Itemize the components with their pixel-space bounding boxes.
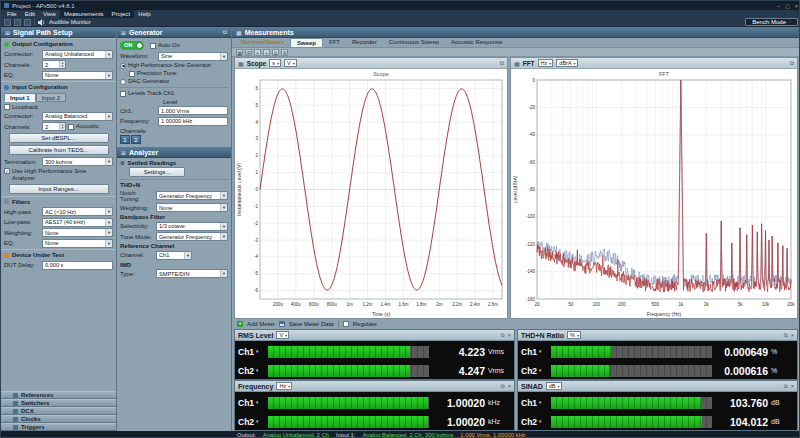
input-config-header[interactable]: Input Configuration (1, 81, 116, 91)
hp-sine-analyzer-checkbox[interactable]: Use High Performance Sine Analyzer (4, 168, 113, 182)
regulate-checkbox[interactable] (343, 321, 349, 327)
maximize-button[interactable]: ▢ (785, 3, 790, 9)
meter-unit-select[interactable]: V▾ (276, 331, 289, 339)
meter-channel-select[interactable]: Ch2▾ (521, 417, 547, 427)
stepper-arrows-icon[interactable]: ▲▼ (59, 123, 65, 130)
input-ranges-button[interactable]: Input Ranges... (9, 184, 109, 194)
meter-popout-icon[interactable]: ⧉ (784, 332, 788, 339)
high-pass-select[interactable]: AC (<10 Hz)▼ (42, 207, 113, 216)
speaker-icon[interactable] (38, 19, 46, 26)
meter-channel-select[interactable]: Ch1▾ (521, 398, 547, 408)
ref-channel-select[interactable]: Ch1▼ (156, 251, 192, 260)
checkbox-box[interactable] (4, 168, 10, 174)
filters-header[interactable]: Filters (1, 196, 116, 206)
minimize-button[interactable]: ─ (777, 3, 781, 9)
meter-channel-select[interactable]: Ch1▾ (521, 347, 547, 357)
fft-y-unit-select[interactable]: dBrA▾ (556, 59, 577, 67)
save-project-icon[interactable] (24, 19, 31, 26)
checkbox-box[interactable] (68, 124, 74, 130)
save-meter-data-button[interactable]: Save Meter Data (289, 321, 334, 327)
selectivity-select[interactable]: 1/3 octave▼ (156, 222, 228, 231)
nav-clocks[interactable]: Clocks (1, 415, 116, 423)
meter-channel-select[interactable]: Ch2▾ (238, 417, 264, 427)
meter-close-icon[interactable]: × (508, 332, 511, 339)
analyzer-settings-button[interactable]: Settings... (129, 167, 185, 177)
fft-chart[interactable]: FFT20501002005001k2k5k10k20k0-20-40-60-8… (511, 69, 797, 318)
meter-popout-icon[interactable]: ⧉ (501, 332, 505, 339)
checkbox-box[interactable] (150, 43, 156, 49)
output-eq-select[interactable]: None▼ (42, 71, 113, 80)
meter-close-icon[interactable]: × (508, 383, 511, 390)
meter-channel-select[interactable]: Ch2▾ (238, 366, 264, 376)
nav-references[interactable]: References (1, 391, 116, 399)
input-connector-select[interactable]: Analog Balanced▼ (42, 112, 113, 121)
scope-y-unit-select[interactable]: V▾ (284, 59, 297, 67)
channel-1-button[interactable]: 1 (120, 135, 130, 144)
meter-popout-icon[interactable]: ⧉ (784, 383, 788, 390)
popout-icon[interactable]: ⧉ (500, 60, 504, 67)
meter-close-icon[interactable]: × (791, 332, 794, 339)
acoustic-checkbox[interactable]: Acoustic (68, 123, 99, 130)
auto-on-checkbox[interactable]: Auto On (150, 42, 180, 49)
copy-icon[interactable]: ⧉ (272, 49, 279, 56)
nav-switchers[interactable]: Switchers (1, 399, 116, 407)
tune-mode-select[interactable]: Generator Frequency▼ (156, 232, 228, 241)
fft-x-unit-select[interactable]: Hz▾ (538, 59, 554, 67)
gen-frequency-input[interactable]: 1.00000 kHz (158, 117, 228, 126)
audible-monitor-label[interactable]: Audible Monitor (49, 19, 91, 25)
levels-track-checkbox[interactable]: Levels Track Ch1 (120, 90, 228, 97)
output-channels-stepper[interactable]: 2▲▼ (42, 60, 66, 69)
menu-edit[interactable]: Edit (21, 10, 39, 18)
tab-input-2[interactable]: Input 2 (36, 93, 66, 102)
waveform-select[interactable]: Sine▼ (158, 52, 228, 61)
menu-help[interactable]: Help (134, 10, 154, 18)
checkbox-box[interactable] (4, 104, 10, 110)
tab-recorder[interactable]: Recorder (346, 38, 383, 47)
scope-chart[interactable]: Scope200u400u600u800u1m1.2m1.4m1.6m1.8m2… (235, 69, 507, 318)
cursors-icon[interactable]: ⌖ (254, 49, 261, 56)
termination-select[interactable]: 300 kohms▼ (42, 157, 113, 166)
calibrate-teds-button[interactable]: Calibrate from TEDS... (9, 145, 109, 155)
filters-eq-select[interactable]: None▼ (42, 239, 113, 248)
meter-popout-icon[interactable]: ⧉ (501, 383, 505, 390)
table-view-icon[interactable]: ▦ (236, 49, 243, 56)
bench-mode-button[interactable]: Bench Mode▾ (745, 18, 798, 26)
hp-sine-generator-radio[interactable]: High Performance Sine Generator (120, 62, 228, 69)
popout-icon[interactable]: ⧉ (223, 29, 227, 36)
graph-settings-icon[interactable]: ⚙ (281, 49, 288, 56)
tab-acoustic-response[interactable]: Acoustic Response (445, 38, 508, 47)
menu-measurements[interactable]: Measurements (60, 10, 108, 18)
menu-view[interactable]: View (39, 10, 60, 18)
analyzer-weighting-select[interactable]: None▼ (156, 203, 228, 212)
channel-2-button[interactable]: 2 (131, 135, 141, 144)
input-channels-stepper[interactable]: 2▲▼ (42, 122, 66, 131)
low-pass-select[interactable]: AES17 (40 kHz)▼ (42, 218, 113, 227)
output-config-header[interactable]: Output Configuration (1, 38, 116, 48)
output-connector-select[interactable]: Analog Unbalanced▼ (42, 50, 113, 59)
weighting-select[interactable]: None▼ (42, 228, 113, 237)
grid-toggle-icon[interactable]: ⊞ (245, 49, 252, 56)
tab-sweep[interactable]: Sweep (290, 38, 323, 47)
checkbox-box[interactable] (120, 91, 126, 97)
add-meter-button[interactable]: Add Meter (247, 321, 275, 327)
stepper-arrows-icon[interactable]: ▲▼ (59, 61, 65, 68)
imd-type-select[interactable]: SMPTE/DIN▼ (156, 269, 228, 278)
tab-continuous-sweep[interactable]: Continuous Sweep (383, 38, 445, 47)
nav-dcx[interactable]: DCX (1, 407, 116, 415)
nav-triggers[interactable]: Triggers (1, 423, 116, 431)
tab-fft[interactable]: FFT (323, 38, 346, 47)
dut-header[interactable]: Device Under Test (1, 249, 116, 259)
set-dbspl-button[interactable]: Set dBSPL... (9, 133, 109, 143)
meter-channel-select[interactable]: Ch1▾ (238, 398, 264, 408)
zoom-icon[interactable]: + (263, 49, 270, 56)
menu-file[interactable]: File (3, 10, 21, 18)
loopback-checkbox[interactable]: Loopback (4, 104, 113, 111)
precision-tune-checkbox[interactable]: Precision Tune (129, 70, 228, 77)
meter-channel-select[interactable]: Ch2▾ (521, 366, 547, 376)
meter-unit-select[interactable]: Hz▾ (276, 382, 292, 390)
popout-icon[interactable]: ⧉ (790, 60, 794, 67)
scope-x-unit-select[interactable]: s▾ (269, 59, 281, 67)
dac-generator-radio[interactable]: DAC Generator (120, 78, 228, 85)
open-project-icon[interactable] (14, 19, 21, 26)
meter-unit-select[interactable]: dB▾ (546, 382, 562, 390)
